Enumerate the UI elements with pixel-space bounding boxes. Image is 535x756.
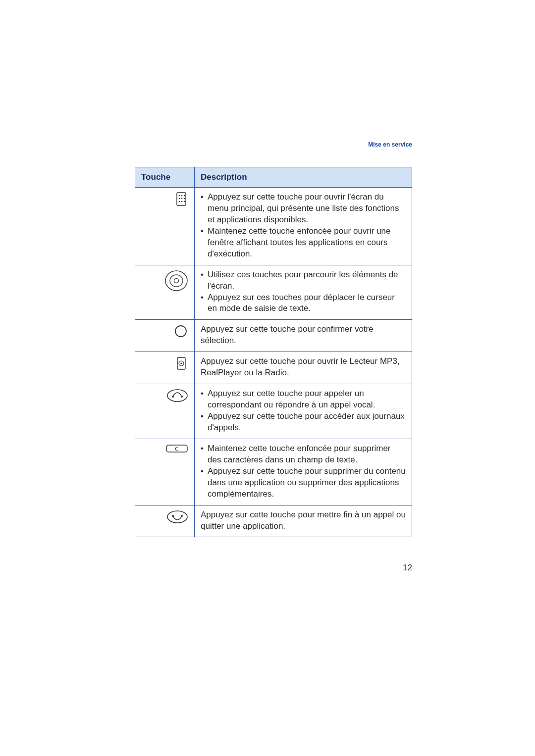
key-icon-cell	[135, 188, 195, 265]
description-text: Appuyez sur cette touche pour ouvrir le …	[201, 356, 406, 379]
description-text: Appuyez sur cette touche pour mettre fin…	[201, 509, 406, 532]
key-icon-cell	[135, 352, 195, 384]
key-icon-cell: C	[135, 439, 195, 505]
key-icon-cell	[135, 505, 195, 537]
bullet-item: Appuyez sur cette touche pour ouvrir l'é…	[201, 192, 406, 226]
key-description-cell: Appuyez sur cette touche pour appeler un…	[195, 384, 412, 439]
svg-point-10	[165, 271, 187, 291]
svg-point-12	[174, 278, 179, 283]
key-icon-cell	[135, 384, 195, 439]
confirm-circle-icon	[173, 324, 188, 339]
svg-point-9	[184, 201, 185, 202]
svg-point-3	[184, 195, 185, 197]
description-text: Appuyez sur cette touche pour confirmer …	[201, 324, 406, 347]
key-description-cell: Maintenez cette touche enfoncée pour sup…	[195, 439, 412, 505]
svg-point-13	[175, 326, 186, 337]
svg-point-23	[181, 515, 183, 517]
table-row: Utilisez ces touches pour parcourir les …	[135, 265, 412, 320]
nav-ring-icon	[164, 269, 188, 292]
bullet-item: Appuyez sur cette touche pour supprimer …	[201, 466, 406, 500]
bullet-item: Utilisez ces touches pour parcourir les …	[201, 269, 406, 292]
key-icon-cell	[135, 265, 195, 320]
key-description-cell: Appuyez sur cette touche pour ouvrir l'é…	[195, 188, 412, 265]
page-number: 12	[403, 563, 412, 573]
table-row: Appuyez sur cette touche pour ouvrir l'é…	[135, 188, 412, 265]
bullet-item: Appuyez sur cette touche pour appeler un…	[201, 388, 406, 411]
column-header-description: Description	[195, 167, 412, 188]
key-description-cell: Appuyez sur cette touche pour ouvrir le …	[195, 352, 412, 384]
svg-point-2	[181, 195, 183, 197]
media-key-icon	[175, 356, 188, 371]
clear-key-icon: C	[165, 443, 188, 454]
svg-point-4	[179, 198, 180, 200]
table-row: Appuyez sur cette touche pour appeler un…	[135, 384, 412, 439]
page-content: Mise en service Touche Description	[135, 141, 412, 537]
svg-point-5	[181, 198, 183, 200]
svg-text:C: C	[175, 446, 179, 452]
bullet-item: Appuyez sur cette touche pour accéder au…	[201, 411, 406, 434]
key-description-cell: Appuyez sur cette touche pour mettre fin…	[195, 505, 412, 537]
svg-point-21	[167, 511, 187, 523]
svg-point-8	[181, 201, 183, 202]
svg-point-16	[180, 363, 182, 364]
table-row: Appuyez sur cette touche pour ouvrir le …	[135, 352, 412, 384]
key-icon-cell	[135, 320, 195, 352]
svg-point-19	[181, 396, 183, 398]
bullet-item: Appuyez sur ces touches pour déplacer le…	[201, 292, 406, 315]
column-header-key: Touche	[135, 167, 195, 188]
svg-point-18	[172, 396, 174, 398]
svg-point-17	[167, 390, 187, 402]
call-key-icon	[166, 388, 188, 403]
svg-point-22	[172, 515, 174, 517]
bullet-item: Maintenez cette touche enfoncée pour sup…	[201, 443, 406, 466]
svg-point-1	[179, 195, 180, 197]
svg-point-7	[179, 201, 180, 202]
table-row: C Maintenez cette touche enfoncée pour s…	[135, 439, 412, 505]
key-description-cell: Appuyez sur cette touche pour confirmer …	[195, 320, 412, 352]
table-row: Appuyez sur cette touche pour mettre fin…	[135, 505, 412, 537]
table-header-row: Touche Description	[135, 167, 412, 188]
svg-point-6	[184, 198, 185, 200]
svg-point-11	[170, 275, 183, 287]
key-description-cell: Utilisez ces touches pour parcourir les …	[195, 265, 412, 320]
keys-table: Touche Description	[135, 167, 412, 537]
end-key-icon	[166, 509, 188, 524]
section-header: Mise en service	[368, 141, 412, 148]
table-row: Appuyez sur cette touche pour confirmer …	[135, 320, 412, 352]
bullet-item: Maintenez cette touche enfoncée pour ouv…	[201, 226, 406, 260]
menu-key-icon	[175, 192, 188, 206]
